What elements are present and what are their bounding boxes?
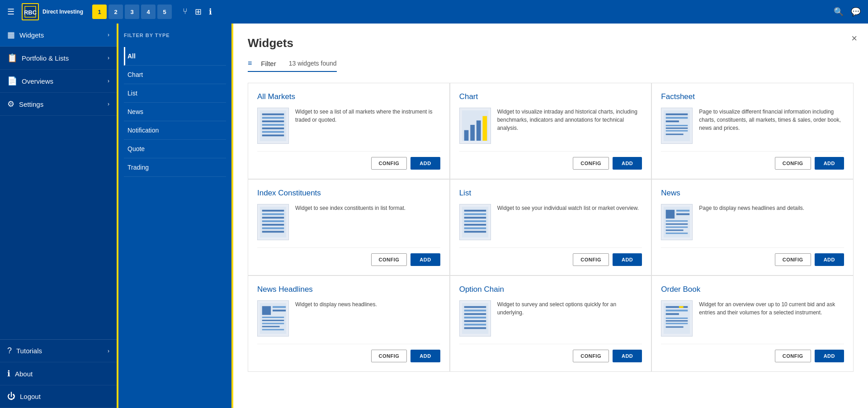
svg-rect-73 xyxy=(666,326,684,327)
sidebar-item-about-label: About xyxy=(15,370,33,378)
widget-card-option-chain: Option Chain xyxy=(450,275,652,372)
widget-body-index-constituents: Widget to see index constituents in list… xyxy=(257,204,440,240)
widget-thumb-list xyxy=(459,204,491,240)
svg-rect-8 xyxy=(262,128,284,129)
widget-footer-option-chain: CONFIG ADD xyxy=(459,344,642,362)
widget-thumb-chart xyxy=(459,108,491,144)
widget-footer-chart: CONFIG ADD xyxy=(459,151,642,170)
config-button-news-headlines[interactable]: CONFIG xyxy=(371,350,407,362)
add-button-order-book[interactable]: ADD xyxy=(815,350,844,362)
svg-rect-64 xyxy=(464,324,486,326)
widget-thumb-factsheet xyxy=(661,108,693,144)
widget-body-chart: Widget to visualize intraday and histori… xyxy=(459,108,642,144)
svg-rect-53 xyxy=(262,317,284,318)
svg-rect-48 xyxy=(666,232,688,234)
add-button-chart[interactable]: ADD xyxy=(613,157,642,170)
svg-rect-47 xyxy=(666,230,684,231)
menu-icon[interactable]: ☰ xyxy=(7,7,14,17)
sidebar-item-widgets[interactable]: ▦ Widgets › xyxy=(0,24,117,47)
widget-thumb-option-chain xyxy=(459,300,491,337)
svg-rect-71 xyxy=(666,320,688,322)
nav-tab-2[interactable]: 2 xyxy=(108,5,123,19)
svg-rect-69 xyxy=(666,313,679,315)
svg-rect-54 xyxy=(262,320,284,321)
sidebar-item-overviews[interactable]: 📄 Overviews › xyxy=(0,70,117,93)
svg-rect-17 xyxy=(666,114,688,115)
filter-item-notification[interactable]: Notification xyxy=(124,121,226,140)
svg-text:RBC: RBC xyxy=(24,9,37,16)
svg-rect-70 xyxy=(666,318,688,319)
search-icon[interactable]: 🔍 xyxy=(834,7,844,17)
widget-thumb-news xyxy=(661,204,693,240)
config-button-list[interactable]: CONFIG xyxy=(573,253,609,266)
info-icon[interactable]: ℹ xyxy=(209,7,212,17)
svg-rect-23 xyxy=(666,133,684,135)
svg-rect-26 xyxy=(262,213,284,215)
svg-rect-22 xyxy=(666,130,688,132)
add-button-news[interactable]: ADD xyxy=(815,253,844,266)
filter-item-all[interactable]: All xyxy=(124,47,226,66)
close-button[interactable]: × xyxy=(851,33,857,44)
svg-rect-59 xyxy=(464,306,486,308)
crosshair-icon[interactable]: ⊞ xyxy=(195,7,202,17)
nav-tab-3[interactable]: 3 xyxy=(125,5,139,19)
svg-rect-39 xyxy=(464,231,486,232)
svg-rect-57 xyxy=(262,329,284,330)
widget-title-order-book: Order Book xyxy=(661,285,844,294)
add-button-index-constituents[interactable]: ADD xyxy=(410,253,440,266)
svg-rect-38 xyxy=(464,228,486,229)
svg-rect-72 xyxy=(666,323,688,324)
message-icon[interactable]: 💬 xyxy=(851,7,861,17)
widget-body-option-chain: Widget to survey and select options quic… xyxy=(459,300,642,337)
add-button-all-markets[interactable]: ADD xyxy=(410,157,440,170)
filter-item-quote[interactable]: Quote xyxy=(124,140,226,158)
config-button-factsheet[interactable]: CONFIG xyxy=(775,157,811,170)
nav-tab-4[interactable]: 4 xyxy=(141,5,156,19)
filter-item-trading[interactable]: Trading xyxy=(124,158,226,177)
svg-rect-21 xyxy=(666,128,688,129)
sidebar-bottom: ? Tutorials › ℹ About ⏻ Logout xyxy=(0,339,117,408)
widget-body-list: Widget to see your individual watch list… xyxy=(459,204,642,240)
config-button-news[interactable]: CONFIG xyxy=(775,253,811,266)
config-button-all-markets[interactable]: CONFIG xyxy=(371,157,407,170)
svg-rect-44 xyxy=(666,220,688,222)
svg-rect-7 xyxy=(262,124,284,126)
widget-title-factsheet: Factsheet xyxy=(661,92,844,101)
filter-item-list[interactable]: List xyxy=(124,84,226,103)
add-button-option-chain[interactable]: ADD xyxy=(613,350,642,362)
config-button-order-book[interactable]: CONFIG xyxy=(775,350,811,362)
svg-rect-74 xyxy=(679,306,684,308)
fork-icon[interactable]: ⑂ xyxy=(183,7,188,17)
svg-rect-30 xyxy=(262,228,284,229)
nav-tab-5[interactable]: 5 xyxy=(157,5,172,19)
nav-tab-1[interactable]: 1 xyxy=(92,5,107,19)
sidebar-item-logout[interactable]: ⏻ Logout xyxy=(0,385,117,408)
sidebar-item-settings-label: Settings xyxy=(19,100,43,108)
config-button-index-constituents[interactable]: CONFIG xyxy=(371,253,407,266)
settings-icon: ⚙ xyxy=(7,99,14,109)
sidebar-item-settings[interactable]: ⚙ Settings › xyxy=(0,93,117,116)
svg-rect-36 xyxy=(464,220,486,222)
svg-rect-50 xyxy=(262,306,271,315)
svg-rect-13 xyxy=(470,125,475,141)
widget-footer-news-headlines: CONFIG ADD xyxy=(257,344,440,362)
nav-tabs: 1 2 3 4 5 xyxy=(92,5,172,19)
filter-item-chart[interactable]: Chart xyxy=(124,66,226,84)
widget-desc-index-constituents: Widget to see index constituents in list… xyxy=(295,204,406,240)
add-button-news-headlines[interactable]: ADD xyxy=(410,350,440,362)
svg-rect-65 xyxy=(464,327,486,329)
filter-bar-label[interactable]: Filter xyxy=(261,60,276,67)
sidebar-item-portfolio[interactable]: 📋 Portfolio & Lists › xyxy=(0,47,117,70)
sidebar-item-about[interactable]: ℹ About xyxy=(0,362,117,385)
svg-rect-62 xyxy=(464,317,486,318)
config-button-option-chain[interactable]: CONFIG xyxy=(573,350,609,362)
top-nav-right: 🔍 💬 xyxy=(834,7,861,17)
sidebar-item-tutorials[interactable]: ? Tutorials › xyxy=(0,340,117,362)
sidebar-item-widgets-label: Widgets xyxy=(19,31,44,39)
filter-item-news[interactable]: News xyxy=(124,103,226,121)
config-button-chart[interactable]: CONFIG xyxy=(573,157,609,170)
add-button-list[interactable]: ADD xyxy=(613,253,642,266)
widget-grid: All Markets W xyxy=(248,83,854,372)
svg-rect-29 xyxy=(262,224,284,226)
add-button-factsheet[interactable]: ADD xyxy=(815,157,844,170)
